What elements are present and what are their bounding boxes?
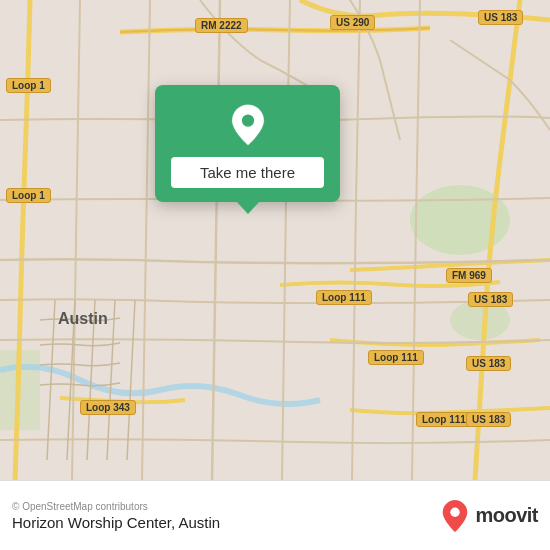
road-label-loop1-mid: Loop 1 — [6, 188, 51, 203]
road-label-rm2222: RM 2222 — [195, 18, 248, 33]
attribution-text: © OpenStreetMap contributors — [12, 501, 220, 512]
road-label-us290: US 290 — [330, 15, 375, 30]
pin-icon — [226, 103, 270, 147]
moovit-logo: moovit — [441, 499, 538, 533]
road-label-us183-lower: US 183 — [466, 356, 511, 371]
svg-point-4 — [241, 114, 253, 126]
road-label-us183-bottom: US 183 — [466, 412, 511, 427]
location-card: Take me there — [155, 85, 340, 202]
road-label-loop1-top: Loop 1 — [6, 78, 51, 93]
road-label-loop343: Loop 343 — [80, 400, 136, 415]
bottom-bar: © OpenStreetMap contributors Horizon Wor… — [0, 480, 550, 550]
road-label-us183-top: US 183 — [478, 10, 523, 25]
moovit-text: moovit — [475, 504, 538, 527]
road-label-loop111-3: Loop 111 — [416, 412, 472, 427]
bottom-info: © OpenStreetMap contributors Horizon Wor… — [12, 501, 220, 531]
take-me-there-button[interactable]: Take me there — [171, 157, 324, 188]
road-label-us183-mid: US 183 — [468, 292, 513, 307]
location-name: Horizon Worship Center, Austin — [12, 514, 220, 531]
svg-point-5 — [451, 507, 460, 516]
road-label-fm969: FM 969 — [446, 268, 492, 283]
moovit-pin-icon — [441, 499, 469, 533]
map-container: RM 2222 US 290 US 183 Loop 1 Loop 1 FM 9… — [0, 0, 550, 480]
road-label-loop111-2: Loop 111 — [368, 350, 424, 365]
austin-city-label: Austin — [58, 310, 108, 328]
road-label-loop111-1: Loop 111 — [316, 290, 372, 305]
